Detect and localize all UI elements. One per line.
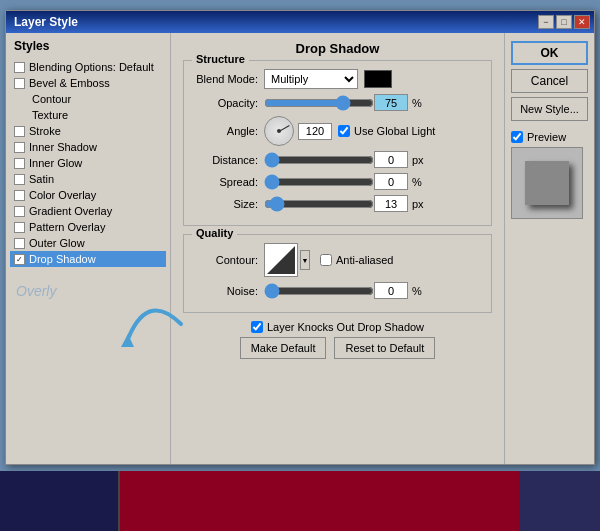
distance-slider[interactable] — [264, 153, 374, 167]
styles-panel-title: Styles — [10, 39, 166, 53]
noise-unit: % — [412, 285, 422, 297]
opacity-unit: % — [412, 97, 422, 109]
right-panel: OK Cancel New Style... Preview — [504, 33, 594, 464]
title-bar-controls: − □ ✕ — [538, 15, 590, 29]
new-style-button[interactable]: New Style... — [511, 97, 588, 121]
color-overlay-label: Color Overlay — [29, 189, 96, 201]
noise-input[interactable] — [374, 282, 408, 299]
angle-dial[interactable] — [264, 116, 294, 146]
structure-label: Structure — [192, 53, 249, 65]
make-default-button[interactable]: Make Default — [240, 337, 327, 359]
contour-arrow-icon: ▼ — [302, 257, 309, 264]
noise-row: Noise: % — [194, 282, 481, 299]
sidebar-item-pattern-overlay[interactable]: Pattern Overlay — [10, 219, 166, 235]
preview-box — [511, 147, 583, 219]
contour-dropdown-arrow[interactable]: ▼ — [300, 250, 310, 270]
blending-checkbox[interactable] — [14, 62, 25, 73]
inner-glow-checkbox[interactable] — [14, 158, 25, 169]
sidebar-item-color-overlay[interactable]: Color Overlay — [10, 187, 166, 203]
satin-label: Satin — [29, 173, 54, 185]
cancel-button[interactable]: Cancel — [511, 69, 588, 93]
ok-button[interactable]: OK — [511, 41, 588, 65]
pattern-overlay-checkbox[interactable] — [14, 222, 25, 233]
sidebar-item-outer-glow[interactable]: Outer Glow — [10, 235, 166, 251]
spread-slider[interactable] — [264, 175, 374, 189]
anti-aliased-text: Anti-aliased — [336, 254, 393, 266]
reset-default-button[interactable]: Reset to Default — [334, 337, 435, 359]
sidebar-item-gradient-overlay[interactable]: Gradient Overlay — [10, 203, 166, 219]
gradient-overlay-label: Gradient Overlay — [29, 205, 112, 217]
satin-checkbox[interactable] — [14, 174, 25, 185]
maximize-button[interactable]: □ — [556, 15, 572, 29]
spread-row: Spread: % — [194, 173, 481, 190]
distance-input[interactable] — [374, 151, 408, 168]
inner-shadow-checkbox[interactable] — [14, 142, 25, 153]
sidebar-item-inner-shadow[interactable]: Inner Shadow — [10, 139, 166, 155]
outer-glow-checkbox[interactable] — [14, 238, 25, 249]
opacity-slider[interactable] — [264, 96, 374, 110]
sidebar-item-blending[interactable]: Blending Options: Default — [10, 59, 166, 75]
preview-checkbox[interactable] — [511, 131, 523, 143]
close-button[interactable]: ✕ — [574, 15, 590, 29]
sidebar-item-stroke[interactable]: Stroke — [10, 123, 166, 139]
layer-style-dialog: Layer Style − □ ✕ Styles Blending Option… — [5, 10, 595, 465]
minimize-button[interactable]: − — [538, 15, 554, 29]
opacity-row: Opacity: % — [194, 94, 481, 111]
sidebar-item-bevel[interactable]: Bevel & Emboss — [10, 75, 166, 91]
angle-label: Angle: — [194, 125, 264, 137]
contour-label: Contour — [32, 93, 71, 105]
stroke-checkbox[interactable] — [14, 126, 25, 137]
stroke-label: Stroke — [29, 125, 61, 137]
sidebar-item-drop-shadow[interactable]: Drop Shadow — [10, 251, 166, 267]
size-row: Size: px — [194, 195, 481, 212]
styles-panel: Styles Blending Options: Default Bevel &… — [6, 33, 171, 464]
preview-section: Preview — [511, 131, 588, 219]
sidebar-item-contour[interactable]: Contour — [10, 91, 166, 107]
preview-label: Preview — [511, 131, 588, 143]
bevel-label: Bevel & Emboss — [29, 77, 110, 89]
gradient-overlay-checkbox[interactable] — [14, 206, 25, 217]
sidebar-item-inner-glow[interactable]: Inner Glow — [10, 155, 166, 171]
bevel-checkbox[interactable] — [14, 78, 25, 89]
sidebar-item-texture[interactable]: Texture — [10, 107, 166, 123]
size-input[interactable] — [374, 195, 408, 212]
texture-label: Texture — [32, 109, 68, 121]
dialog-body: Styles Blending Options: Default Bevel &… — [6, 33, 594, 464]
layer-knocks-checkbox[interactable] — [251, 321, 263, 333]
drop-shadow-label: Drop Shadow — [29, 253, 96, 265]
spread-unit: % — [412, 176, 422, 188]
drop-shadow-checkbox[interactable] — [14, 254, 25, 265]
spread-label: Spread: — [194, 176, 264, 188]
contour-thumbnail[interactable] — [264, 243, 298, 277]
preview-inner — [525, 161, 569, 205]
spread-input[interactable] — [374, 173, 408, 190]
use-global-light-checkbox[interactable] — [338, 125, 350, 137]
opacity-input[interactable] — [374, 94, 408, 111]
distance-row: Distance: px — [194, 151, 481, 168]
sidebar-item-satin[interactable]: Satin — [10, 171, 166, 187]
color-overlay-checkbox[interactable] — [14, 190, 25, 201]
use-global-light-text: Use Global Light — [354, 125, 435, 137]
size-unit: px — [412, 198, 424, 210]
bottom-buttons: Make Default Reset to Default — [183, 337, 492, 359]
blend-mode-select[interactable]: Multiply Normal Screen Overlay — [264, 69, 358, 89]
taskbar — [0, 471, 600, 531]
anti-aliased-checkbox[interactable] — [320, 254, 332, 266]
layer-knocks-label[interactable]: Layer Knocks Out Drop Shadow — [251, 321, 424, 333]
dialog-title: Layer Style — [14, 15, 78, 29]
angle-input[interactable] — [298, 123, 332, 140]
pattern-overlay-label: Pattern Overlay — [29, 221, 105, 233]
outer-glow-label: Outer Glow — [29, 237, 85, 249]
shadow-color-swatch[interactable] — [364, 70, 392, 88]
blend-mode-label: Blend Mode: — [194, 73, 264, 85]
blending-label: Blending Options: Default — [29, 61, 154, 73]
noise-slider[interactable] — [264, 284, 374, 298]
inner-glow-label: Inner Glow — [29, 157, 82, 169]
angle-row: Angle: Use Global Light — [194, 116, 481, 146]
center-panel: Drop Shadow Structure Blend Mode: Multip… — [171, 33, 504, 464]
layer-knocks-text: Layer Knocks Out Drop Shadow — [267, 321, 424, 333]
size-slider[interactable] — [264, 197, 374, 211]
anti-aliased-label[interactable]: Anti-aliased — [320, 254, 393, 266]
taskbar-segment-red — [120, 471, 520, 531]
use-global-light-label[interactable]: Use Global Light — [338, 125, 435, 137]
